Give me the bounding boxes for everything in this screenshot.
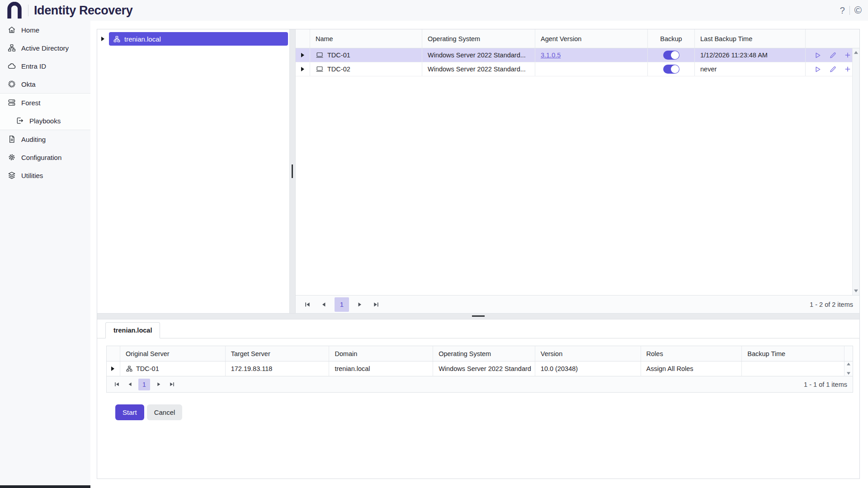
backup-toggle[interactable] xyxy=(663,65,679,74)
original-server-name: TDC-01 xyxy=(136,365,159,372)
bottom-dark-strip xyxy=(0,485,90,488)
add-icon[interactable] xyxy=(844,51,852,59)
sidebar-item-forest[interactable]: Forest xyxy=(0,94,90,112)
column-header-original-server[interactable]: Original Server xyxy=(120,346,226,361)
top-divider xyxy=(849,6,850,15)
page-number[interactable]: 1 xyxy=(335,297,349,312)
vertical-splitter[interactable] xyxy=(289,29,296,313)
column-header-backup[interactable]: Backup xyxy=(648,29,695,48)
scroll-up-icon[interactable] xyxy=(854,51,859,55)
sidebar: Home Active Directory Entra ID Okta xyxy=(0,21,90,485)
sidebar-item-auditing[interactable]: Auditing xyxy=(0,130,90,148)
items-summary: 1 - 1 of 1 items xyxy=(804,381,847,388)
sidebar-item-home[interactable]: Home xyxy=(0,21,90,39)
forest-tree-pane: trenian.local xyxy=(97,29,289,313)
sidebar-item-okta[interactable]: Okta xyxy=(0,75,90,93)
next-page-button[interactable] xyxy=(354,299,365,310)
scroll-down-icon[interactable] xyxy=(854,289,859,293)
column-header-roles[interactable]: Roles xyxy=(641,346,742,361)
sidebar-item-label: Playbooks xyxy=(29,117,61,125)
vertical-splitter-handle[interactable] xyxy=(292,164,293,178)
header-expander-column xyxy=(107,346,120,361)
row-expander-icon[interactable] xyxy=(296,62,310,76)
server-row-tdc-01[interactable]: TDC-01 Windows Server 2022 Standard... 3… xyxy=(296,48,859,62)
backup-toggle[interactable] xyxy=(663,51,679,60)
sidebar-item-label: Active Directory xyxy=(21,44,69,52)
last-backup-time-cell: 1/12/2026 11:23:48 AM xyxy=(695,48,806,62)
scroll-up-icon[interactable] xyxy=(846,362,851,366)
backup-time-cell xyxy=(742,361,844,376)
copyright-icon[interactable]: © xyxy=(854,5,862,15)
top-bar: Identity Recovery ? © xyxy=(0,0,868,21)
column-header-domain[interactable]: Domain xyxy=(329,346,433,361)
vertical-scrollbar[interactable] xyxy=(852,48,859,295)
edit-icon[interactable] xyxy=(829,51,837,59)
column-header-name[interactable]: Name xyxy=(310,29,422,48)
tree-expander-icon[interactable] xyxy=(97,37,109,41)
run-icon[interactable] xyxy=(813,51,822,60)
logo-divider xyxy=(28,5,28,16)
sidebar-item-entra-id[interactable]: Entra ID xyxy=(0,57,90,75)
tab-trenian-local[interactable]: trenian.local xyxy=(105,322,160,338)
grid-header-row: Name Operating System Agent Version Back… xyxy=(296,29,859,48)
name-cell: TDC-02 xyxy=(310,62,422,76)
sitemap-icon xyxy=(126,365,133,372)
horizontal-splitter-handle[interactable] xyxy=(472,315,485,317)
column-header-backup-time[interactable]: Backup Time xyxy=(742,346,844,361)
brand: Identity Recovery xyxy=(0,2,132,19)
column-header-operating-system[interactable]: Operating System xyxy=(433,346,535,361)
previous-page-button[interactable] xyxy=(318,299,329,310)
layers-icon xyxy=(7,171,16,180)
forest-group: Forest Playbooks xyxy=(0,93,90,130)
document-icon xyxy=(7,135,16,144)
previous-page-button[interactable] xyxy=(125,380,134,389)
add-icon[interactable] xyxy=(844,65,852,73)
column-header-actions xyxy=(806,29,859,48)
tree-node-trenian-local[interactable]: trenian.local xyxy=(109,32,288,46)
help-icon[interactable]: ? xyxy=(840,6,845,15)
sidebar-item-label: Auditing xyxy=(21,136,46,143)
sidebar-item-label: Utilities xyxy=(21,172,43,179)
os-cell: Windows Server 2022 Standard... xyxy=(422,48,535,62)
sidebar-item-label: Home xyxy=(21,26,39,34)
server-row-tdc-02[interactable]: TDC-02 Windows Server 2022 Standard... n… xyxy=(296,62,859,76)
last-page-button[interactable] xyxy=(167,380,176,389)
sidebar-item-utilities[interactable]: Utilities xyxy=(0,166,90,184)
column-header-operating-system[interactable]: Operating System xyxy=(422,29,535,48)
detail-header-row: Original Server Target Server Domain Ope… xyxy=(107,346,853,361)
column-header-version[interactable]: Version xyxy=(535,346,641,361)
toggle-knob xyxy=(671,65,679,73)
last-page-button[interactable] xyxy=(371,299,382,310)
column-header-target-server[interactable]: Target Server xyxy=(226,346,330,361)
start-button[interactable]: Start xyxy=(115,404,144,420)
page-number[interactable]: 1 xyxy=(138,379,150,390)
row-expander-icon[interactable] xyxy=(296,48,310,62)
version-cell: 10.0 (20348) xyxy=(535,361,641,376)
first-page-button[interactable] xyxy=(302,299,313,310)
cloud-icon xyxy=(7,61,16,70)
sidebar-item-active-directory[interactable]: Active Directory xyxy=(0,39,90,57)
detail-row-tdc-01[interactable]: TDC-01 172.19.83.118 trenian.local Windo… xyxy=(107,361,853,376)
agent-version-cell: 3.1.0.5 xyxy=(535,48,648,62)
first-page-button[interactable] xyxy=(112,380,121,389)
servers-grid: Name Operating System Agent Version Back… xyxy=(296,29,859,313)
row-expander-icon[interactable] xyxy=(107,361,120,376)
sidebar-item-configuration[interactable]: Configuration xyxy=(0,148,90,166)
os-cell: Windows Server 2022 Standard xyxy=(433,361,535,376)
detail-pane: trenian.local Original Server Target Ser… xyxy=(97,319,859,479)
playbook-export-icon xyxy=(15,116,24,125)
column-header-last-backup-time[interactable]: Last Backup Time xyxy=(695,29,806,48)
sidebar-item-playbooks[interactable]: Playbooks xyxy=(0,112,90,130)
column-header-agent-version[interactable]: Agent Version xyxy=(535,29,648,48)
header-expander-column xyxy=(296,29,310,48)
content-panel: trenian.local Name Operating System Agen… xyxy=(97,29,860,479)
agent-version-link[interactable]: 3.1.0.5 xyxy=(541,52,561,59)
edit-icon[interactable] xyxy=(829,65,837,73)
name-cell: TDC-01 xyxy=(310,48,422,62)
cancel-button[interactable]: Cancel xyxy=(147,404,183,420)
mini-vertical-scrollbar[interactable] xyxy=(844,361,853,376)
horizontal-splitter[interactable] xyxy=(97,313,859,319)
scroll-down-icon[interactable] xyxy=(846,371,851,375)
next-page-button[interactable] xyxy=(154,380,163,389)
run-icon[interactable] xyxy=(813,65,822,74)
